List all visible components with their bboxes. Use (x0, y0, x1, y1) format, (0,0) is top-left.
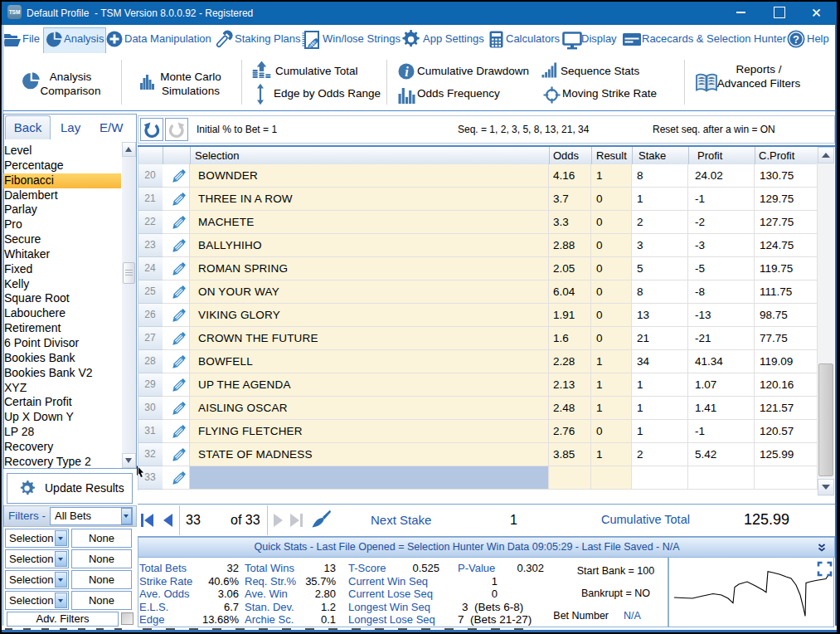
svg-text:?: ? (793, 33, 799, 46)
svg-text:i: i (405, 65, 409, 79)
